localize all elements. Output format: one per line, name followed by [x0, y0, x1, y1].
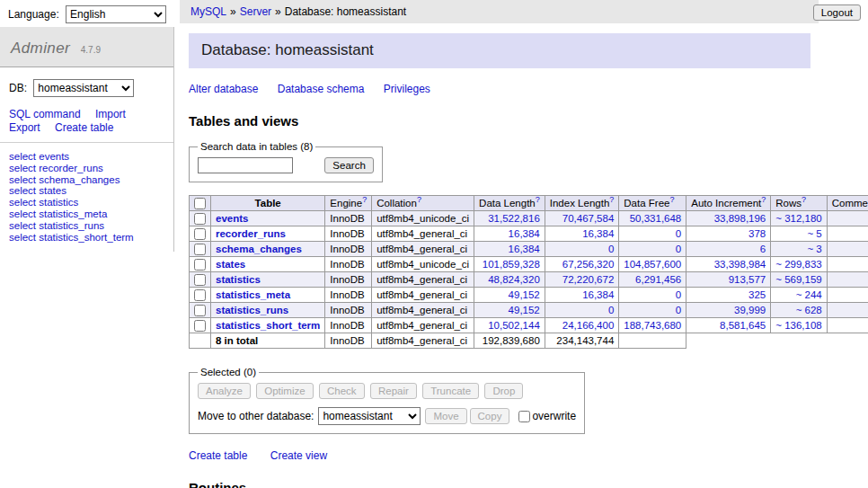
data-free-link[interactable]: 50,331,648 — [630, 213, 682, 224]
bulk-action-button[interactable]: Check — [319, 383, 365, 399]
auto-increment-link[interactable]: 378 — [748, 228, 766, 239]
data-free-link[interactable]: 0 — [676, 244, 681, 254]
auto-increment-link[interactable]: 6 — [760, 244, 766, 254]
sidebar-table-link[interactable]: select recorder_runs — [9, 163, 164, 174]
column-help-link[interactable]: ? — [669, 195, 674, 204]
rows-count-link[interactable]: ~ 5 — [807, 228, 821, 239]
breadcrumb-server-link[interactable]: Server — [240, 5, 271, 18]
sidebar-link-export[interactable]: Export — [9, 121, 40, 134]
index-length-link[interactable]: 0 — [608, 305, 614, 315]
copy-button[interactable]: Copy — [470, 408, 510, 424]
table-name-link[interactable]: schema_changes — [216, 244, 302, 254]
column-header-link[interactable]: Comment? — [832, 198, 868, 209]
sidebar-table-link[interactable]: select statistics — [9, 197, 164, 209]
table-name-link[interactable]: statistics_runs — [216, 305, 288, 315]
column-help-link[interactable]: ? — [761, 195, 766, 204]
create-link[interactable]: Create table — [189, 449, 247, 462]
column-header-link[interactable]: Engine? — [330, 198, 367, 209]
breadcrumb-mysql-link[interactable]: MySQL — [190, 5, 226, 18]
sidebar-table-link[interactable]: select schema_changes — [9, 174, 164, 186]
data-length-link[interactable]: 16,384 — [509, 244, 540, 254]
bulk-action-button[interactable]: Drop — [484, 383, 523, 399]
column-header-link[interactable]: Rows? — [775, 198, 806, 209]
row-checkbox[interactable] — [194, 320, 206, 332]
rows-count-link[interactable]: ~ 569,159 — [775, 274, 821, 285]
data-length-link[interactable]: 48,824,320 — [488, 274, 540, 285]
column-help-link[interactable]: ? — [609, 195, 614, 204]
data-free-link[interactable]: 0 — [676, 228, 681, 239]
data-length-link[interactable]: 49,152 — [509, 305, 540, 315]
row-checkbox[interactable] — [194, 244, 206, 255]
sidebar-link-sql-command[interactable]: SQL command — [9, 108, 81, 120]
auto-increment-link[interactable]: 913,577 — [729, 274, 766, 285]
column-header-link[interactable]: Auto Increment? — [691, 198, 766, 209]
column-help-link[interactable]: ? — [802, 195, 806, 204]
row-checkbox[interactable] — [194, 305, 206, 316]
data-length-link[interactable]: 10,502,144 — [488, 320, 540, 331]
bulk-action-button[interactable]: Analyze — [198, 383, 251, 399]
table-name-link[interactable]: recorder_runs — [216, 228, 286, 239]
bulk-action-button[interactable]: Repair — [370, 383, 417, 399]
auto-increment-link[interactable]: 39,999 — [734, 305, 766, 315]
column-header-link[interactable]: Data Free? — [624, 198, 674, 209]
data-free-link[interactable]: 6,291,456 — [635, 274, 681, 285]
data-length-link[interactable]: 31,522,816 — [488, 213, 540, 224]
row-checkbox[interactable] — [194, 289, 206, 301]
column-help-link[interactable]: ? — [417, 195, 421, 204]
sidebar-table-link[interactable]: select statistics_short_term — [9, 232, 164, 244]
table-name-link[interactable]: events — [216, 213, 248, 224]
column-header-link[interactable]: Table — [255, 198, 281, 209]
auto-increment-link[interactable]: 33,898,196 — [714, 213, 766, 224]
index-length-link[interactable]: 16,384 — [582, 228, 614, 239]
sidebar-table-link[interactable]: select statistics_meta — [9, 209, 164, 220]
table-name-link[interactable]: statistics — [216, 274, 261, 285]
sidebar-link-import[interactable]: Import — [95, 108, 126, 120]
row-checkbox[interactable] — [194, 213, 206, 225]
move-db-select[interactable]: homeassistant — [318, 407, 421, 425]
search-button[interactable]: Search — [324, 157, 373, 173]
index-length-link[interactable]: 70,467,584 — [562, 213, 615, 224]
create-link[interactable]: Create view — [270, 449, 327, 462]
index-length-link[interactable]: 67,256,320 — [562, 259, 615, 270]
row-checkbox[interactable] — [194, 259, 206, 271]
db-action-link[interactable]: Database schema — [278, 83, 365, 95]
bulk-action-button[interactable]: Truncate — [422, 383, 479, 399]
rows-count-link[interactable]: ~ 628 — [796, 305, 822, 315]
row-checkbox[interactable] — [194, 228, 206, 240]
auto-increment-link[interactable]: 8,581,645 — [720, 320, 766, 331]
rows-count-link[interactable]: ~ 299,833 — [775, 259, 821, 270]
table-name-link[interactable]: statistics_meta — [216, 289, 290, 300]
column-help-link[interactable]: ? — [536, 195, 540, 204]
data-length-link[interactable]: 101,859,328 — [483, 259, 540, 270]
sidebar-link-create-table[interactable]: Create table — [55, 121, 113, 134]
data-length-link[interactable]: 49,152 — [509, 289, 540, 300]
column-header-link[interactable]: Index Length? — [550, 198, 615, 209]
data-length-link[interactable]: 16,384 — [509, 228, 540, 239]
overwrite-checkbox[interactable] — [518, 411, 530, 422]
sidebar-table-link[interactable]: select events — [9, 151, 164, 163]
table-name-link[interactable]: states — [216, 259, 245, 270]
language-select[interactable]: English — [66, 5, 166, 23]
index-length-link[interactable]: 0 — [608, 244, 614, 254]
auto-increment-link[interactable]: 33,398,984 — [714, 259, 766, 270]
column-header-link[interactable]: Data Length? — [479, 198, 540, 209]
search-input[interactable] — [198, 157, 293, 173]
index-length-link[interactable]: 72,220,672 — [562, 274, 615, 285]
rows-count-link[interactable]: ~ 136,108 — [775, 320, 821, 331]
sidebar-table-link[interactable]: select statistics_runs — [9, 220, 164, 232]
db-action-link[interactable]: Alter database — [189, 83, 258, 95]
row-checkbox[interactable] — [194, 274, 206, 286]
column-help-link[interactable]: ? — [362, 195, 367, 204]
rows-count-link[interactable]: ~ 312,180 — [775, 213, 821, 224]
move-button[interactable]: Move — [425, 408, 466, 424]
bulk-action-button[interactable]: Optimize — [256, 383, 313, 399]
logout-button[interactable]: Logout — [813, 4, 861, 21]
sidebar-table-link[interactable]: select states — [9, 185, 164, 197]
data-free-link[interactable]: 0 — [676, 289, 681, 300]
rows-count-link[interactable]: ~ 244 — [796, 289, 822, 300]
db-action-link[interactable]: Privileges — [384, 83, 430, 95]
index-length-link[interactable]: 16,384 — [582, 289, 614, 300]
table-name-link[interactable]: statistics_short_term — [216, 320, 320, 331]
auto-increment-link[interactable]: 325 — [748, 289, 766, 300]
data-free-link[interactable]: 188,743,680 — [624, 320, 681, 331]
